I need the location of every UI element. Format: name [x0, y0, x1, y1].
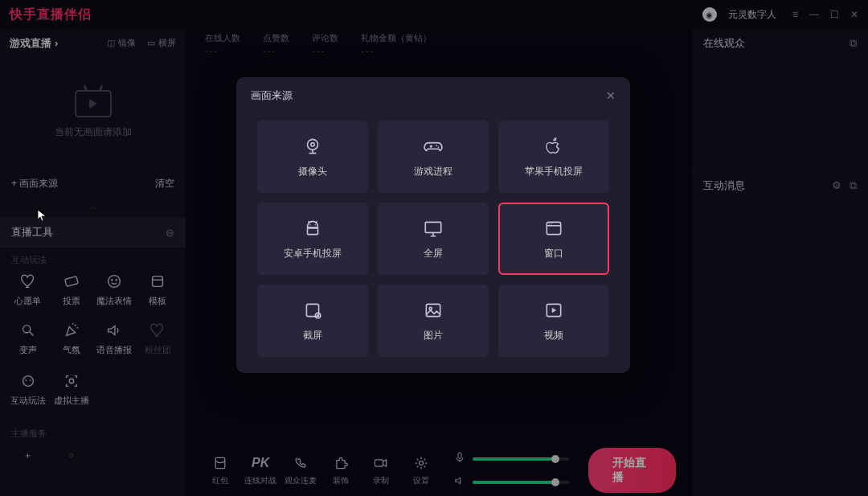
svg-point-18 [309, 223, 311, 225]
source-video[interactable]: 视频 [498, 285, 609, 357]
video-icon [543, 300, 564, 321]
window-icon [543, 218, 564, 239]
source-game[interactable]: 游戏进程 [378, 121, 489, 193]
svg-point-19 [314, 223, 316, 225]
source-image[interactable]: 图片 [378, 285, 489, 357]
source-ios[interactable]: 苹果手机投屏 [498, 121, 609, 193]
source-camera[interactable]: 摄像头 [257, 121, 368, 193]
svg-point-14 [308, 139, 318, 150]
android-icon [302, 218, 323, 239]
svg-rect-21 [425, 222, 441, 232]
source-screenshot[interactable]: 截屏 [257, 285, 368, 357]
svg-point-24 [551, 223, 552, 223]
source-android[interactable]: 安卓手机投屏 [257, 203, 368, 275]
close-modal-icon[interactable]: ✕ [606, 89, 616, 102]
svg-point-15 [311, 142, 314, 146]
svg-rect-22 [547, 222, 560, 234]
svg-point-17 [438, 146, 440, 148]
svg-rect-20 [308, 228, 318, 235]
modal-title: 画面来源 [251, 88, 293, 103]
source-fullscreen[interactable]: 全屏 [378, 203, 489, 275]
svg-point-23 [549, 223, 550, 223]
source-window[interactable]: 窗口 [498, 203, 609, 275]
apple-icon [545, 136, 563, 157]
gamepad-icon [422, 136, 444, 157]
image-icon [423, 300, 444, 321]
webcam-icon [302, 136, 323, 157]
monitor-icon [423, 218, 444, 239]
source-modal: 画面来源 ✕ 摄像头 游戏进程 苹果手机投屏 安卓手机投屏 全屏 窗口 [236, 77, 630, 373]
svg-point-16 [436, 145, 437, 146]
crop-icon [302, 300, 323, 321]
svg-rect-25 [306, 304, 318, 316]
svg-rect-27 [426, 304, 440, 316]
